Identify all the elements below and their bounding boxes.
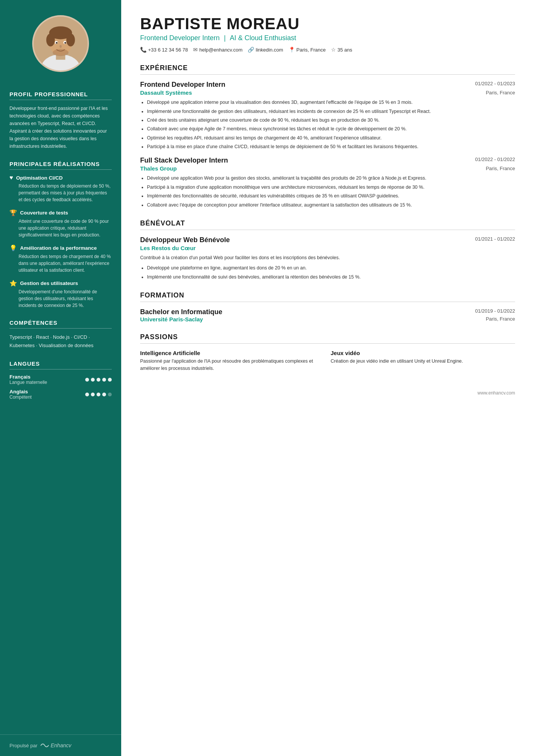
language-dot bbox=[102, 393, 106, 396]
achievement-desc: Réduction des temps de chargement de 40 … bbox=[9, 253, 112, 274]
language-dot bbox=[97, 378, 100, 382]
language-dot bbox=[108, 393, 112, 396]
sidebar-footer: Propulsé par Enhancv bbox=[0, 734, 121, 756]
achievements-list: ♥ Optimisation CI/CD Réduction du temps … bbox=[9, 174, 112, 309]
contact-linkedin: 🔗 linkedin.com bbox=[248, 47, 283, 53]
passion-item: Intelligence Artificielle Passionné par … bbox=[140, 350, 325, 372]
formation-section: FORMATION Bachelor en Informatique 01/20… bbox=[140, 291, 515, 322]
exp-bullets: Développé une application interne pour l… bbox=[140, 99, 515, 150]
achievement-item: ♥ Optimisation CI/CD Réduction du temps … bbox=[9, 174, 112, 203]
language-dot bbox=[97, 393, 100, 396]
language-name: Français bbox=[9, 374, 47, 380]
achievement-icon: ♥ bbox=[9, 174, 13, 181]
contact-row: 📞 +33 6 12 34 56 78 ✉ help@enhancv.com 🔗… bbox=[140, 47, 515, 53]
experience-item: Full Stack Developer Intern 01/2022 - 01… bbox=[140, 157, 515, 209]
enhancv-logo: Enhancv bbox=[41, 742, 71, 748]
ben-header: Développeur Web Bénévole 01/2021 - 01/20… bbox=[140, 236, 515, 244]
benevolat-list: Développeur Web Bénévole 01/2021 - 01/20… bbox=[140, 236, 515, 281]
language-dot bbox=[85, 378, 89, 382]
language-dot bbox=[102, 378, 106, 382]
passions-grid: Intelligence Artificielle Passionné par … bbox=[140, 350, 515, 372]
formation-degree: Bachelor en Informatique bbox=[140, 308, 222, 316]
exp-company: Dassault Systèmes bbox=[140, 89, 192, 96]
main-footer: www.enhancv.com bbox=[140, 383, 515, 396]
profil-title: PROFIL PROFESSIONNEL bbox=[9, 91, 112, 100]
bullet: Collaboré avec une équipe Agile de 7 mem… bbox=[147, 125, 515, 133]
competences-title: COMPÉTENCES bbox=[9, 319, 112, 329]
bullet: Optimisé les requêtes API, réduisant ain… bbox=[147, 135, 515, 142]
exp-company-row: Dassault Systèmes Paris, France bbox=[140, 89, 515, 96]
language-level: Langue maternelle bbox=[9, 380, 47, 385]
sidebar-content: PROFIL PROFESSIONNEL Développeur front-e… bbox=[0, 83, 121, 734]
formation-title: FORMATION bbox=[140, 291, 515, 302]
formation-date: 01/2019 - 01/2022 bbox=[475, 308, 515, 316]
title-part1: Frontend Developer Intern bbox=[140, 34, 220, 42]
language-name: Anglais bbox=[9, 389, 32, 394]
passions-section: PASSIONS Intelligence Artificielle Passi… bbox=[140, 333, 515, 372]
star-icon: ☆ bbox=[331, 47, 336, 53]
ben-date: 01/2021 - 01/2022 bbox=[475, 236, 515, 242]
achievement-desc: Développement d'une fonctionnalité de ge… bbox=[9, 288, 112, 309]
footer-url: www.enhancv.com bbox=[478, 390, 515, 396]
passion-title: Jeux vidéo bbox=[331, 350, 515, 356]
ben-desc: Contribué à la création d'un portail Web… bbox=[140, 254, 515, 261]
email-icon: ✉ bbox=[193, 47, 198, 53]
competences-text: Typescript · React · Node.js · CI/CD · K… bbox=[9, 333, 112, 350]
location-icon: 📍 bbox=[289, 47, 295, 53]
ben-bullets: Développé une plateforme en ligne, augme… bbox=[140, 265, 515, 281]
avatar bbox=[32, 15, 89, 72]
formation-header: Bachelor en Informatique 01/2019 - 01/20… bbox=[140, 308, 515, 316]
achievement-title: Amélioration de la performance bbox=[20, 245, 97, 251]
passion-desc: Création de jeux vidéo indie en utilisan… bbox=[331, 358, 515, 365]
exp-header: Full Stack Developer Intern 01/2022 - 01… bbox=[140, 157, 515, 164]
resume-header: BAPTISTE MOREAU Frontend Developer Inter… bbox=[140, 15, 515, 53]
benevolat-item: Développeur Web Bénévole 01/2021 - 01/20… bbox=[140, 236, 515, 281]
exp-header: Frontend Developer Intern 01/2022 - 01/2… bbox=[140, 81, 515, 89]
svg-point-6 bbox=[66, 33, 75, 46]
achievement-icon: 🏆 bbox=[9, 209, 17, 216]
bullet: Développé une plateforme en ligne, augme… bbox=[147, 265, 515, 272]
experience-item: Frontend Developer Intern 01/2022 - 01/2… bbox=[140, 81, 515, 150]
language-level: Compétent bbox=[9, 394, 32, 400]
sidebar-section-realisations: PRINCIPALES RÉALISATIONS ♥ Optimisation … bbox=[9, 161, 112, 309]
contact-location: 📍 Paris, France bbox=[289, 47, 326, 53]
title-part2: AI & Cloud Enthusiast bbox=[230, 34, 296, 42]
langues-title: LANGUES bbox=[9, 360, 112, 369]
candidate-title: Frontend Developer Intern | AI & Cloud E… bbox=[140, 34, 515, 42]
benevolat-section: BÉNÉVOLAT Développeur Web Bénévole 01/20… bbox=[140, 219, 515, 281]
exp-date: 01/2022 - 01/2022 bbox=[475, 157, 515, 162]
svg-point-12 bbox=[53, 49, 69, 56]
language-info: Français Langue maternelle bbox=[9, 374, 47, 385]
footer-brand: Enhancv bbox=[51, 742, 71, 748]
svg-point-10 bbox=[64, 42, 66, 44]
achievement-item: ⭐ Gestion des utilisateurs Développement… bbox=[9, 280, 112, 309]
sidebar: PROFIL PROFESSIONNEL Développeur front-e… bbox=[0, 0, 121, 756]
svg-point-11 bbox=[59, 45, 62, 48]
footer-label: Propulsé par bbox=[9, 743, 37, 748]
formation-list: Bachelor en Informatique 01/2019 - 01/20… bbox=[140, 308, 515, 322]
bullet: Collaboré avec l'équipe de conception po… bbox=[147, 202, 515, 209]
language-item: Anglais Compétent bbox=[9, 389, 112, 400]
candidate-name: BAPTISTE MOREAU bbox=[140, 15, 515, 33]
main-content: BAPTISTE MOREAU Frontend Developer Inter… bbox=[121, 0, 534, 756]
formation-school: Université Paris-Saclay bbox=[140, 316, 203, 322]
passion-desc: Passionné par l'application de l'IA pour… bbox=[140, 358, 325, 372]
language-dot bbox=[108, 378, 112, 382]
exp-company-row: Thales Group Paris, France bbox=[140, 165, 515, 172]
achievement-desc: Réduction du temps de déploiement de 50 … bbox=[9, 183, 112, 203]
formation-item: Bachelor en Informatique 01/2019 - 01/20… bbox=[140, 308, 515, 322]
sidebar-section-profil: PROFIL PROFESSIONNEL Développeur front-e… bbox=[9, 91, 112, 150]
achievement-item: 💡 Amélioration de la performance Réducti… bbox=[9, 244, 112, 274]
language-dot bbox=[91, 393, 95, 396]
contact-age: ☆ 35 ans bbox=[331, 47, 352, 53]
exp-date: 01/2022 - 01/2023 bbox=[475, 81, 515, 86]
achievement-title: Couverture de tests bbox=[20, 210, 68, 216]
language-dots bbox=[85, 393, 112, 396]
exp-bullets: Développé une application Web pour la ge… bbox=[140, 175, 515, 209]
language-info: Anglais Compétent bbox=[9, 389, 32, 400]
achievement-icon: ⭐ bbox=[9, 280, 17, 287]
contact-email: ✉ help@enhancv.com bbox=[193, 47, 242, 53]
sidebar-section-competences: COMPÉTENCES Typescript · React · Node.js… bbox=[9, 319, 112, 350]
exp-title: Frontend Developer Intern bbox=[140, 81, 225, 89]
phone-icon: 📞 bbox=[140, 47, 147, 53]
